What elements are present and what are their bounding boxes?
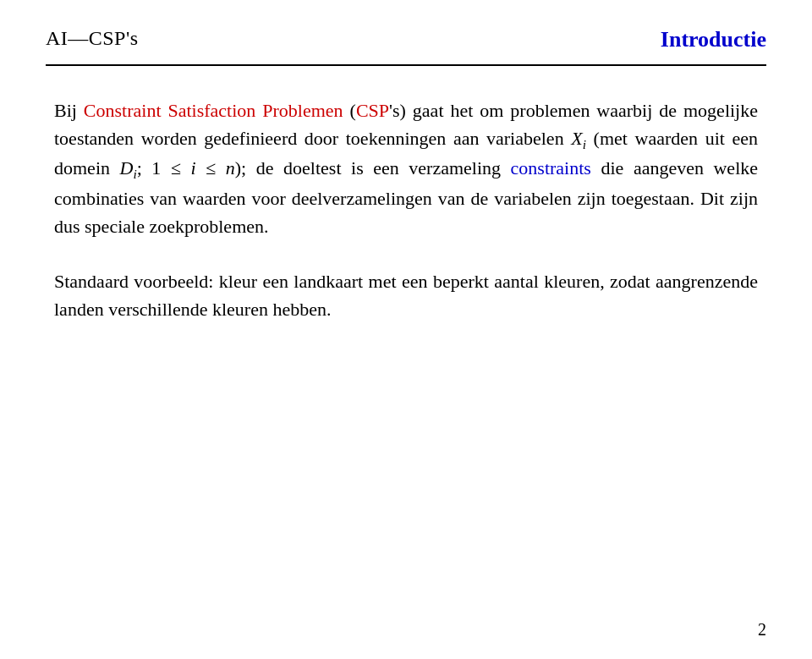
- header-right-title: Introductie: [661, 24, 766, 56]
- header-left-title: AI—CSP's: [46, 24, 139, 53]
- slide: AI—CSP's Introductie Bij Constraint Sati…: [0, 0, 812, 659]
- math-xi: Xi: [571, 128, 586, 149]
- page-number: 2: [758, 618, 766, 642]
- csp-abbreviation: CSP: [356, 100, 389, 121]
- math-n: n: [226, 157, 235, 178]
- constraints-term: constraints: [511, 157, 591, 178]
- math-i: i: [191, 157, 196, 178]
- main-paragraph: Bij Constraint Satisfaction Problemen (C…: [54, 96, 758, 240]
- slide-header: AI—CSP's Introductie: [46, 0, 766, 66]
- slide-content: Bij Constraint Satisfaction Problemen (C…: [46, 96, 766, 323]
- second-paragraph: Standaard voorbeeld: kleur een landkaart…: [54, 267, 758, 323]
- math-di: Di: [120, 157, 137, 178]
- csp-term-constraint-satisfaction: Constraint Satisfaction Problemen: [84, 100, 343, 121]
